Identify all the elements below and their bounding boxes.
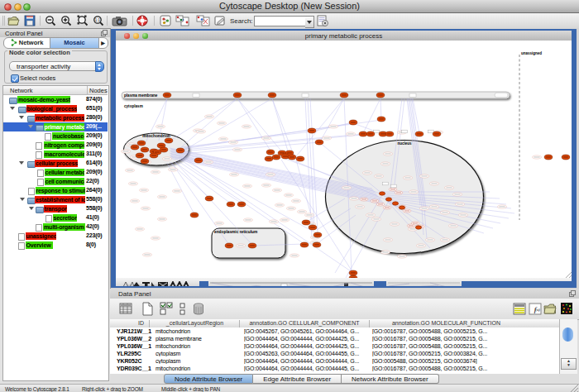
svg-text:(x): (x) xyxy=(535,308,540,312)
svg-text:unassigned: unassigned xyxy=(521,51,542,55)
svg-text:nucleus: nucleus xyxy=(397,141,412,146)
svg-text:mitochondrion: mitochondrion xyxy=(142,134,170,138)
svg-text:endoplasmic reticulum: endoplasmic reticulum xyxy=(214,230,257,234)
svg-text:plasma membrane: plasma membrane xyxy=(124,93,158,98)
svg-text:cytoplasm: cytoplasm xyxy=(124,104,143,108)
svg-text:1:1: 1:1 xyxy=(95,18,101,22)
